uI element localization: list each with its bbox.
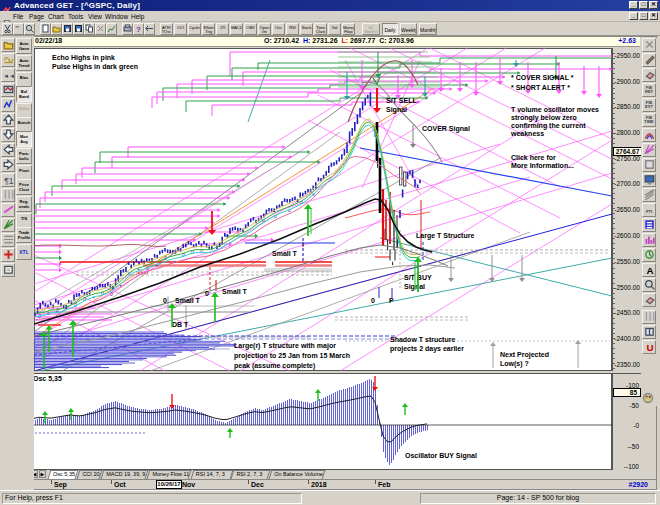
svg-text:?: ? [136,25,141,33]
svg-text:Click here for: Click here for [511,154,556,161]
svg-text:0: 0 [163,297,167,304]
svg-text:Low(s) ?: Low(s) ? [500,360,529,368]
svg-text:projects 2 days earlier: projects 2 days earlier [390,345,464,353]
svg-text:More Information...: More Information... [511,162,574,169]
svg-text:0: 0 [371,297,375,304]
svg-text:Echo Highs in pink: Echo Highs in pink [52,54,115,62]
svg-text:U: U [646,342,653,352]
svg-text:T volume oscillator moves: T volume oscillator moves [511,106,599,113]
svg-text:Pulse Highs in dark green: Pulse Highs in dark green [52,63,138,71]
svg-text:strongly below zero: strongly below zero [511,114,577,122]
svg-text:P: P [389,297,394,304]
svg-text:projection to 25 Jan from 15 M: projection to 25 Jan from 15 March [234,352,350,360]
svg-text:confirming the current: confirming the current [511,122,586,130]
svg-text:Shadow T structure: Shadow T structure [390,336,455,343]
svg-text:* SHORT ALERT *: * SHORT ALERT * [511,84,570,91]
svg-text:DB T: DB T [172,321,189,328]
svg-text:0: 0 [205,290,209,297]
svg-text:Oscillator BUY Signal: Oscillator BUY Signal [405,452,477,460]
svg-text:Signal: Signal [386,106,407,114]
svg-text:Small T: Small T [272,250,298,257]
svg-text:S/T SELL: S/T SELL [386,97,417,104]
svg-text:Small T: Small T [222,288,248,295]
svg-text:COVER Signal: COVER Signal [422,125,470,133]
svg-text:weakness: weakness [510,130,544,137]
svg-text:Large T Structure: Large T Structure [416,232,474,240]
svg-text:A: A [646,265,653,275]
svg-text:* COVER SIGNAL *: * COVER SIGNAL * [511,74,574,81]
svg-text:Next Projected: Next Projected [500,351,549,359]
svg-text:”: ” [15,24,19,33]
svg-text:peak (assume complete): peak (assume complete) [234,362,315,370]
svg-text:Osc 5,35: Osc 5,35 [33,375,62,383]
svg-text:Large(r) T structure with majo: Large(r) T structure with major [234,342,336,350]
svg-text:Small T: Small T [175,297,201,304]
svg-text:¶1: ¶1 [4,176,14,185]
svg-text:◄◄: ◄◄ [3,72,14,79]
